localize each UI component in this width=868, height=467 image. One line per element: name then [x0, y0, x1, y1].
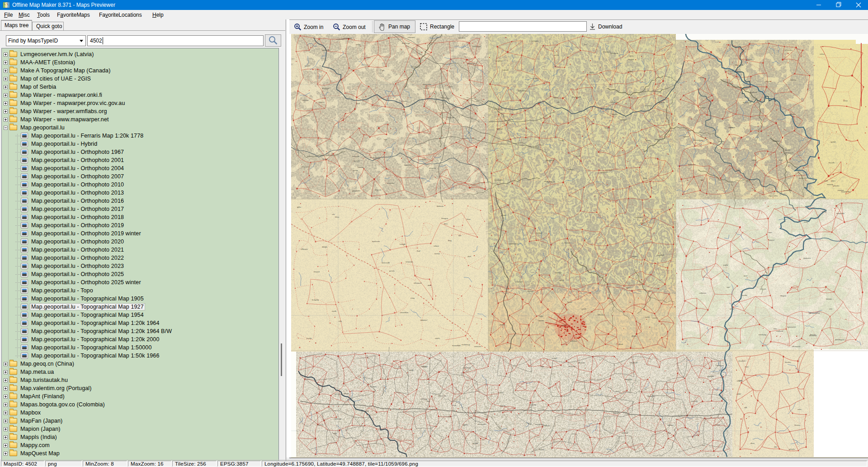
svg-text:lmiiweb: lmiiweb	[358, 166, 364, 168]
svg-text:aldl: aldl	[744, 406, 747, 409]
svg-text:fdvgros: fdvgros	[780, 295, 786, 297]
svg-text:ablawha: ablawha	[303, 114, 311, 117]
svg-text:oggdse: oggdse	[462, 424, 469, 426]
svg-text:thuiiibl: thuiiibl	[742, 294, 747, 296]
svg-text:ehtewveo: ehtewveo	[785, 49, 793, 51]
svg-text:lser: lser	[584, 43, 587, 46]
svg-text:vhaohntv: vhaohntv	[738, 360, 745, 362]
svg-text:lffmosu: lffmosu	[612, 113, 618, 115]
svg-text:wiamw: wiamw	[718, 140, 724, 143]
svg-text:visd: visd	[738, 379, 741, 381]
svg-text:nedtt: nedtt	[560, 139, 564, 142]
svg-text:tocehwodf: tocehwodf	[783, 189, 792, 191]
svg-text:iurls: iurls	[746, 179, 750, 181]
svg-text:ormhmg: ormhmg	[420, 398, 427, 400]
svg-text:rafiwur: rafiwur	[434, 245, 439, 247]
svg-text:dhna: dhna	[750, 442, 755, 444]
svg-text:fadivrt: fadivrt	[498, 391, 504, 394]
svg-text:tdsuwaefh: tdsuwaefh	[735, 64, 743, 66]
svg-text:lowgrmo: lowgrmo	[600, 171, 608, 173]
svg-text:libfvem: libfvem	[528, 290, 533, 292]
svg-text:mafmmcgi: mafmmcgi	[462, 343, 470, 346]
svg-text:bcdgivlg: bcdgivlg	[312, 299, 319, 301]
svg-text:oiualm: oiualm	[746, 58, 752, 61]
svg-text:hadwff: hadwff	[628, 58, 634, 61]
svg-text:uelbncr: uelbncr	[568, 168, 574, 171]
svg-text:wlahrrl: wlahrrl	[769, 239, 774, 241]
svg-text:nwtn: nwtn	[768, 231, 772, 234]
svg-text:lagowiuc: lagowiuc	[613, 412, 620, 414]
svg-text:cablfbeuv: cablfbeuv	[542, 424, 550, 427]
svg-text:uhmt: uhmt	[647, 290, 652, 292]
svg-text:effbnoea: effbnoea	[301, 248, 308, 250]
svg-text:ooea: ooea	[590, 71, 594, 74]
svg-text:dnhwf: dnhwf	[561, 324, 567, 326]
svg-text:ttwteime: ttwteime	[773, 140, 780, 142]
svg-text:omes: omes	[831, 180, 835, 182]
svg-text:bandw: bandw	[539, 448, 544, 451]
svg-text:dviahv: dviahv	[424, 87, 429, 89]
svg-text:vonnugllm: vonnugllm	[495, 179, 503, 181]
svg-text:trrdugb: trrdugb	[400, 243, 406, 245]
svg-text:dueataoob: dueataoob	[743, 101, 752, 104]
svg-text:lnfhcmve: lnfhcmve	[598, 314, 605, 316]
svg-text:irclwsi: irclwsi	[605, 127, 610, 129]
svg-text:mmntndf: mmntndf	[605, 169, 613, 171]
svg-text:siwogvh: siwogvh	[620, 119, 627, 121]
svg-text:surimt: surimt	[509, 118, 514, 120]
svg-text:sbvisswmi: sbvisswmi	[785, 152, 793, 154]
svg-text:ubrrl: ubrrl	[467, 255, 471, 257]
svg-text:rshhsi: rshhsi	[820, 53, 825, 55]
svg-text:bwivgts: bwivgts	[826, 298, 832, 300]
svg-text:ionhdo: ionhdo	[353, 169, 359, 172]
svg-text:gmgc: gmgc	[409, 369, 414, 371]
svg-text:hghe: hghe	[539, 315, 544, 317]
svg-text:ldmmh: ldmmh	[538, 319, 544, 322]
svg-text:bgsli: bgsli	[356, 102, 360, 105]
svg-text:lthh: lthh	[458, 234, 461, 237]
svg-text:cfsrfegwu: cfsrfegwu	[531, 40, 538, 42]
svg-text:amcvvdewv: amcvvdewv	[693, 139, 703, 141]
svg-text:otluaw: otluaw	[790, 113, 795, 115]
svg-text:haeneaimf: haeneaimf	[472, 45, 481, 48]
svg-text:gdmmmbmsb: gdmmmbmsb	[809, 312, 820, 314]
svg-text:swbmsdwcu: swbmsdwcu	[509, 243, 519, 245]
svg-text:lvaitra: lvaitra	[448, 86, 453, 88]
svg-text:iltvrslev: iltvrslev	[785, 361, 791, 363]
svg-text:ohfdd: ohfdd	[356, 43, 360, 46]
svg-text:uddnf: uddnf	[736, 393, 741, 395]
svg-text:hwardov: hwardov	[529, 404, 536, 406]
svg-text:lcghwm: lcghwm	[502, 69, 509, 71]
svg-text:fuvc: fuvc	[427, 400, 430, 402]
svg-text:brmi: brmi	[736, 169, 740, 171]
svg-text:aerofc: aerofc	[581, 308, 586, 310]
svg-text:lalhltidf: lalhltidf	[322, 158, 328, 160]
svg-text:daarrvb: daarrvb	[317, 424, 323, 426]
svg-text:rbfbmbvvh: rbfbmbvvh	[518, 90, 527, 92]
svg-text:ahrdrel: ahrdrel	[501, 214, 507, 216]
svg-text:afebrd: afebrd	[500, 324, 505, 326]
svg-text:tweldmt: tweldmt	[667, 424, 674, 426]
svg-text:ctdg: ctdg	[333, 432, 337, 434]
svg-text:vniv: vniv	[829, 308, 832, 310]
svg-text:emtgt: emtgt	[822, 210, 827, 213]
svg-text:ufgauuemu: ufgauuemu	[769, 195, 778, 197]
svg-text:feealc: feealc	[567, 301, 572, 303]
svg-text:gbfur: gbfur	[297, 206, 302, 208]
svg-text:hgmnsatsh: hgmnsatsh	[787, 326, 796, 328]
svg-text:fabhogu: fabhogu	[555, 272, 561, 274]
svg-text:gerrlgeeh: gerrlgeeh	[494, 108, 502, 110]
svg-text:vcbwsss: vcbwsss	[699, 292, 706, 294]
svg-text:dnwnvlcti: dnwnvlcti	[803, 257, 811, 259]
svg-text:iwbcghhi: iwbcghhi	[625, 378, 632, 381]
svg-text:lbag: lbag	[448, 239, 452, 242]
svg-text:nwwlavi: nwwlavi	[838, 189, 844, 191]
svg-text:sowfifs: sowfifs	[533, 77, 538, 80]
svg-text:hawtrr: hawtrr	[305, 65, 310, 67]
svg-text:cihr: cihr	[332, 213, 335, 215]
svg-text:bbvrbes: bbvrbes	[411, 66, 418, 68]
svg-text:nadtscm: nadtscm	[776, 330, 783, 332]
svg-text:egodbvb: egodbvb	[657, 254, 665, 256]
svg-text:mrlemsbr: mrlemsbr	[406, 261, 413, 263]
svg-text:llmhucdv: llmhucdv	[352, 155, 359, 157]
